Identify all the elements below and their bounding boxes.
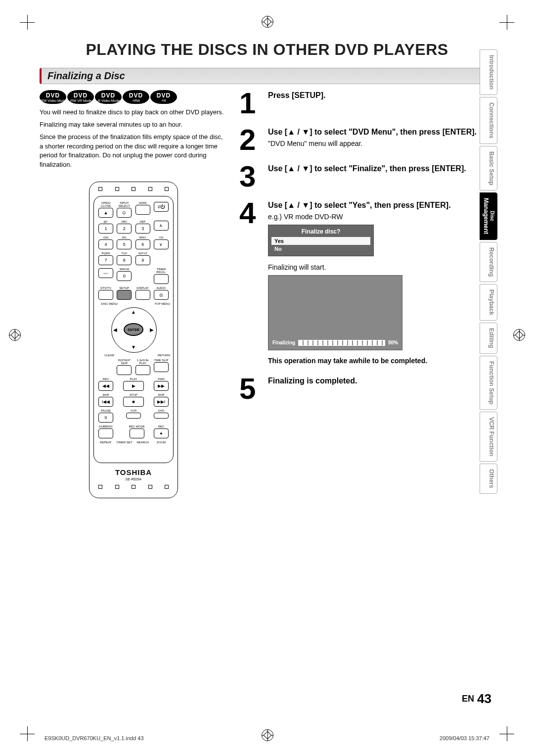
step-1-title: Press [SETUP]. <box>268 90 494 101</box>
step-2-number: 2 <box>239 127 264 153</box>
progress-percent: 90% <box>388 340 398 345</box>
badge-dvd-rw-vr: DVD-RW VR Mode <box>67 90 94 104</box>
remote-num-9: 9 <box>135 255 150 265</box>
remote-dvd <box>154 413 169 419</box>
remote-open-close-button: ▲ <box>98 208 113 218</box>
step-4-number: 4 <box>239 200 264 227</box>
badge-dvd-r-video: DVD-R Video Mode <box>95 90 122 104</box>
step-4-title: Use [▲ / ▼] to select "Yes", then press … <box>268 200 494 211</box>
remote-num-2: 2 <box>117 224 132 234</box>
menu-title: Finalize disc? <box>271 228 370 235</box>
step-4-after: Finalizing will start. <box>268 263 494 271</box>
remote-rev: ◀◀ <box>98 381 113 391</box>
remote-ch-up: ∧ <box>154 221 169 231</box>
remote-fwd: ▶▶ <box>154 381 169 391</box>
section-heading: Finalizing a Disc <box>47 70 488 82</box>
registration-mark-left <box>9 329 21 341</box>
remote-dtv-tv <box>98 290 113 300</box>
intro-paragraph-2: Finalizing may take several minutes up t… <box>40 120 227 130</box>
tab-connections[interactable]: Connections <box>480 97 497 144</box>
remote-control-diagram: OPEN/ CLOSE▲ INPUT SELECT⊙ HDMI I/⏻ @/:1… <box>40 182 227 498</box>
remote-input-select-button: ⊙ <box>117 208 132 218</box>
remote-display <box>135 290 150 300</box>
remote-setup-button <box>117 290 132 300</box>
progress-bar <box>298 340 385 346</box>
remote-power-button: I/⏻ <box>154 202 169 212</box>
badge-dvd-plus-r: DVD+R <box>150 90 177 104</box>
step-4-note: This operation may take awhile to be com… <box>268 356 494 366</box>
section-heading-bar: Finalizing a Disc <box>40 68 494 84</box>
tab-vcr-function[interactable]: VCR Function <box>480 412 497 462</box>
remote-rec: ● <box>154 428 169 438</box>
badge-dvd-rw-video: DVD-RW Video Mode <box>40 90 66 104</box>
remote-left-icon: ◀ <box>113 327 117 332</box>
remote-skip-fwd: ▶▶I <box>154 397 169 407</box>
remote-time-slip <box>154 362 169 372</box>
remote-dubbing <box>98 428 113 438</box>
remote-stop: ■ <box>123 397 144 407</box>
remote-num-5: 5 <box>117 239 132 249</box>
page-title: PLAYING THE DISCS IN OTHER DVD PLAYERS <box>40 41 494 59</box>
remote-hdmi-button <box>135 205 150 215</box>
tab-function-setup[interactable]: Function Setup <box>480 356 497 410</box>
step-4-sub: e.g.) VR mode DVD-RW <box>268 213 494 221</box>
finalize-confirm-menu: Finalize disc? Yes No <box>268 225 374 256</box>
remote-dpad: ▲ ▼ ◀ ▶ ENTER <box>111 307 156 352</box>
intro-paragraph-3: Since the process of the finalization fi… <box>40 133 227 170</box>
remote-vcr <box>126 413 141 419</box>
tab-others[interactable]: Others <box>480 464 497 494</box>
remote-num-1: 1 <box>98 224 113 234</box>
step-2-title: Use [▲ / ▼] to select "DVD Menu", then p… <box>268 127 494 138</box>
remote-num-4: 4 <box>98 239 113 249</box>
remote-num-0: 0 <box>117 271 132 281</box>
disc-format-badges: DVD-RW Video Mode DVD-RW VR Mode DVD-R V… <box>40 90 227 104</box>
tab-basic-setup[interactable]: Basic Setup <box>480 146 497 191</box>
chapter-tabs: Introduction Connections Basic Setup Dis… <box>480 49 497 494</box>
step-5-title: Finalizing is completed. <box>268 376 494 386</box>
remote-down-icon: ▼ <box>131 344 136 350</box>
step-5-number: 5 <box>239 376 264 402</box>
remote-audio: ◎ <box>154 290 169 300</box>
page-number: EN43 <box>462 691 491 707</box>
remote-brand: TOSHIBA <box>93 468 174 476</box>
tab-recording[interactable]: Recording <box>480 242 497 282</box>
remote-num-6: 6 <box>135 239 150 249</box>
badge-dvd-plus-rw: DVD+RW <box>123 90 149 104</box>
imprint-line: E9SK0UD_DVR670KU_EN_v1.1.indd 43 2009/04… <box>40 735 494 741</box>
imprint-timestamp: 2009/04/03 15:37:47 <box>440 735 490 741</box>
remote-enter-button: ENTER <box>124 323 143 336</box>
menu-option-yes: Yes <box>271 237 370 245</box>
menu-option-no: No <box>271 245 370 253</box>
remote-up-icon: ▲ <box>131 309 136 315</box>
remote-skip-back: I◀◀ <box>98 397 113 407</box>
remote-timer-prog <box>154 274 169 284</box>
remote-dash: — <box>98 268 113 278</box>
remote-rec-mode <box>130 428 144 438</box>
finalize-progress-screen: Finalizing 90% <box>268 275 402 350</box>
tab-playback[interactable]: Playback <box>480 284 497 321</box>
remote-model: SE-R0294 <box>93 477 174 481</box>
step-3-number: 3 <box>239 163 264 190</box>
step-1-number: 1 <box>239 90 264 117</box>
remote-num-3: 3 <box>135 224 150 234</box>
remote-pause: II <box>98 413 113 423</box>
remote-right-icon: ▶ <box>150 327 154 332</box>
registration-mark-top <box>262 16 273 28</box>
tab-editing[interactable]: Editing <box>480 323 497 354</box>
remote-play: ▶ <box>123 381 144 391</box>
remote-slow-play <box>135 365 150 375</box>
step-3-title: Use [▲ / ▼] to select "Finalize", then p… <box>268 163 494 174</box>
remote-num-8: 8 <box>117 255 132 265</box>
imprint-file: E9SK0UD_DVR670KU_EN_v1.1.indd 43 <box>44 735 144 741</box>
progress-label: Finalizing <box>272 340 295 345</box>
remote-instant-skip <box>117 365 132 375</box>
remote-ch-down: ∨ <box>154 239 169 249</box>
registration-mark-right <box>513 329 525 341</box>
remote-num-7: 7 <box>98 255 113 265</box>
tab-introduction[interactable]: Introduction <box>480 49 497 95</box>
step-2-sub: "DVD Menu" menu will appear. <box>268 140 494 147</box>
intro-paragraph-1: You will need to finalize discs to play … <box>40 108 227 117</box>
tab-disc-management[interactable]: DiscManagement <box>480 192 497 239</box>
